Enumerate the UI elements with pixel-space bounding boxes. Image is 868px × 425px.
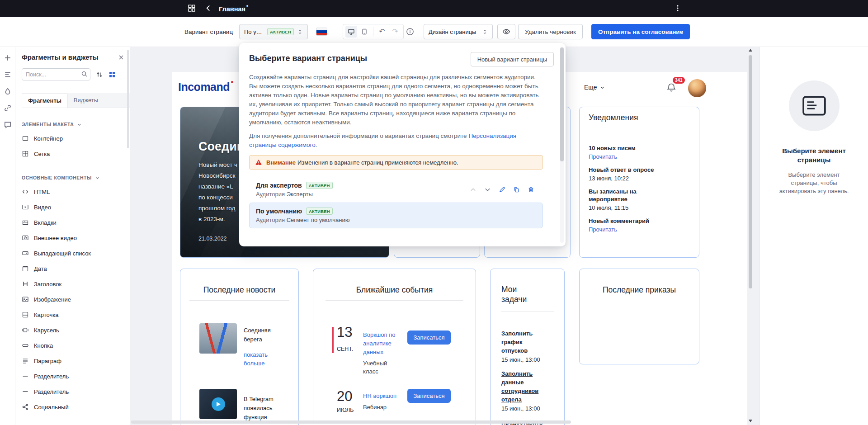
move-up-button[interactable] [467, 184, 478, 195]
news-thumbnail-telegram[interactable] [199, 389, 237, 419]
language-flag-ru[interactable] [316, 28, 327, 35]
variant-row-default[interactable]: По умолчанию АКТИВЕН Аудитория Сегмент п… [249, 203, 543, 228]
external-video-icon [22, 234, 29, 241]
fragment-item-image[interactable]: Изображение [22, 292, 124, 307]
fragment-item-dropdown[interactable]: Выпадающий список [22, 246, 124, 261]
panel-tabs: Фрагменты Виджеты [22, 93, 130, 108]
close-icon[interactable] [118, 54, 124, 61]
event-venue: Учебный класс [363, 359, 404, 376]
fragment-item-container[interactable]: Контейнер [22, 131, 124, 146]
select-caret-icon [297, 29, 303, 35]
notifications-card[interactable]: Уведомления 10 новых писем Прочитать Нов… [579, 107, 699, 258]
tab-fragments[interactable]: Фрагменты [22, 93, 68, 108]
fragment-item-grid[interactable]: Сетка [22, 146, 124, 161]
sidebar-scrollbar[interactable] [127, 50, 129, 148]
nav-more-menu[interactable]: Еще [584, 84, 605, 91]
fragment-item-tabs[interactable]: Вкладки [22, 215, 124, 230]
upcoming-events-card[interactable]: Ближайшие события 13 СЕНТ. Воркшоп по ан… [313, 269, 476, 425]
add-icon[interactable] [3, 53, 13, 63]
search-input[interactable] [22, 68, 90, 80]
latest-orders-card[interactable]: Последние приказы [579, 269, 699, 364]
back-chevron-icon[interactable] [204, 4, 212, 12]
divider [326, 300, 463, 301]
modal-scrollbar-thumb[interactable] [560, 47, 564, 161]
my-tasks-card[interactable]: Мои задачи Заполнить график отпусков 15 … [490, 269, 565, 425]
page-structure-icon[interactable] [3, 70, 13, 80]
carousel-icon [22, 326, 29, 334]
variant-select[interactable]: По умо... АКТИВЕН [239, 24, 308, 39]
fragment-item-video[interactable]: Видео [22, 199, 124, 215]
move-down-button[interactable] [482, 184, 493, 195]
desktop-view-button[interactable] [345, 26, 357, 38]
modal-scrollbar[interactable] [560, 47, 564, 243]
fragment-item-separator[interactable]: Разделитель [22, 368, 124, 384]
editor-toolbar: Вариант страниц По умо... АКТИВЕН ↶ ↷ Ди… [0, 17, 868, 47]
style-icon[interactable] [3, 86, 13, 96]
avatar[interactable] [688, 79, 706, 97]
delete-draft-button[interactable]: Удалить черновик [518, 24, 583, 39]
scroll-down-arrow[interactable] [749, 420, 752, 422]
notifications-list: 10 новых писем Прочитать Новый ответ в о… [589, 144, 690, 234]
event-venue: Вебинар [363, 403, 404, 411]
event-title-link[interactable]: Воркшоп по аналитике данных [363, 331, 406, 356]
code-icon [22, 188, 29, 195]
task-link[interactable]: Заполнить данные сотрудников отдела [501, 369, 545, 404]
fragment-item-card[interactable]: Карточка [22, 307, 124, 322]
preview-button[interactable] [497, 24, 515, 39]
scroll-up-arrow[interactable] [749, 49, 752, 52]
share-icon [22, 403, 29, 411]
kebab-menu-icon[interactable] [674, 4, 682, 13]
divider [373, 27, 373, 36]
signup-button[interactable]: Записаться [407, 331, 451, 345]
event-title-link[interactable]: HR воркшоп [363, 392, 406, 400]
redo-button[interactable]: ↷ [389, 26, 401, 38]
horizontal-scrollbar[interactable] [131, 420, 571, 424]
chevron-down-icon [77, 122, 82, 127]
fragment-item-social[interactable]: Социальный [22, 399, 124, 415]
page-title: Главная* [219, 5, 248, 13]
telegram-icon [212, 397, 225, 411]
section-layout-elements[interactable]: ЭЛЕМЕНТЫ МАКЕТА [22, 122, 124, 127]
tablet-view-button[interactable] [359, 26, 370, 38]
modal-description: Создавайте варианты страниц для настройк… [249, 73, 554, 127]
fragment-item-external-video[interactable]: Внешнее видео [22, 230, 124, 246]
fragment-item-heading[interactable]: Заголовок [22, 276, 124, 292]
empty-state-circle [789, 80, 840, 131]
card-title: Последние приказы [580, 285, 699, 295]
card-view-icon[interactable] [108, 71, 116, 78]
latest-news-card[interactable]: Последние новости Соединяя берега показа… [180, 269, 299, 425]
tab-widgets[interactable]: Виджеты [68, 93, 104, 108]
calendar-icon [22, 265, 29, 272]
fragment-item-carousel[interactable]: Карусель [22, 322, 124, 338]
bell-icon[interactable] [666, 83, 676, 93]
page-design-select[interactable]: Дизайн страницы [424, 24, 493, 39]
section-basic-components[interactable]: ОСНОВНЫЕ КОМПОНЕНТЫ [22, 175, 124, 180]
product-menu-icon[interactable] [187, 4, 196, 13]
edit-icon[interactable] [496, 184, 507, 195]
news-thumbnail-bridge[interactable] [199, 323, 237, 354]
read-link[interactable]: Прочитать [589, 226, 617, 234]
new-variant-button[interactable]: Новый вариант страницы [471, 52, 554, 66]
sort-icon[interactable] [96, 71, 103, 78]
fragment-item-button[interactable]: Кнопка [22, 338, 124, 353]
signup-button[interactable]: Записаться [407, 389, 451, 403]
search-icon [81, 71, 88, 77]
fragment-item-html[interactable]: HTML [22, 184, 124, 199]
site-logo[interactable]: Incomand [178, 80, 230, 94]
link-icon[interactable] [3, 103, 13, 113]
fragment-item-date[interactable]: Дата [22, 261, 124, 276]
submit-for-approval-button[interactable]: Отправить на согласование [591, 24, 690, 39]
show-more-link[interactable]: показать больше [244, 350, 276, 368]
undo-button[interactable]: ↶ [376, 26, 388, 38]
fragment-item-paragraph[interactable]: Параграф [22, 353, 124, 368]
info-icon[interactable] [406, 28, 414, 36]
canvas-scrollbar[interactable] [748, 48, 753, 423]
fragment-item-separator[interactable]: Разделитель [22, 384, 124, 399]
duplicate-icon[interactable] [511, 184, 522, 195]
read-link[interactable]: Прочитать [589, 153, 617, 161]
variant-row-experts[interactable]: Для экспертов АКТИВЕН Аудитория Эксперты [249, 177, 543, 203]
comments-icon[interactable] [3, 120, 13, 130]
scrollbar-thumb[interactable] [749, 55, 752, 288]
news-item: В Telegram появилась функция [244, 395, 288, 422]
trash-icon[interactable] [525, 184, 536, 195]
